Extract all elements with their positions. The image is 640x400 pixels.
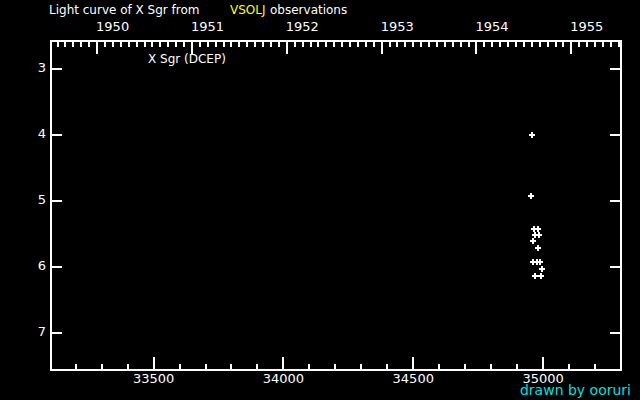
bottom-major-tick (153, 357, 155, 369)
bottom-minor-tick (516, 364, 518, 369)
top-minor-tick (302, 42, 304, 47)
x-axis-tick-label: 34500 (383, 372, 443, 386)
top-minor-tick (349, 42, 351, 47)
top-major-tick (96, 42, 98, 54)
top-minor-tick (144, 42, 146, 47)
right-major-tick (610, 332, 620, 334)
top-minor-tick (357, 42, 359, 47)
top-minor-tick (199, 42, 201, 47)
top-minor-tick (460, 42, 462, 47)
top-minor-tick (389, 42, 391, 47)
top-minor-tick (610, 42, 612, 47)
bottom-minor-tick (179, 364, 181, 369)
top-minor-tick (88, 42, 90, 47)
data-point-marker (537, 259, 543, 265)
right-major-tick (610, 68, 620, 70)
top-year-label: 1953 (381, 20, 414, 34)
top-year-label: 1954 (475, 20, 508, 34)
top-minor-tick (80, 42, 82, 47)
top-minor-tick (468, 42, 470, 47)
data-point-marker (529, 132, 535, 138)
bottom-minor-tick (438, 364, 440, 369)
top-minor-tick (223, 42, 225, 47)
bottom-minor-tick (230, 364, 232, 369)
top-minor-tick (365, 42, 367, 47)
top-minor-tick (230, 42, 232, 47)
top-minor-tick (396, 42, 398, 47)
bottom-minor-tick (334, 364, 336, 369)
top-minor-tick (310, 42, 312, 47)
top-minor-tick (452, 42, 454, 47)
top-minor-tick (586, 42, 588, 47)
top-minor-tick (618, 42, 620, 47)
top-minor-tick (159, 42, 161, 47)
left-major-tick (52, 200, 62, 202)
top-minor-tick (112, 42, 114, 47)
bottom-minor-tick (386, 364, 388, 369)
top-minor-tick (428, 42, 430, 47)
bottom-minor-tick (464, 364, 466, 369)
top-minor-tick (262, 42, 264, 47)
data-point-marker (536, 232, 542, 238)
top-minor-tick (270, 42, 272, 47)
data-point-marker (539, 266, 545, 272)
top-minor-tick (175, 42, 177, 47)
top-minor-tick (136, 42, 138, 47)
top-minor-tick (215, 42, 217, 47)
top-minor-tick (167, 42, 169, 47)
top-minor-tick (578, 42, 580, 47)
bottom-minor-tick (490, 364, 492, 369)
bottom-minor-tick (308, 364, 310, 369)
top-minor-tick (72, 42, 74, 47)
top-minor-tick (254, 42, 256, 47)
top-major-tick (381, 42, 383, 54)
top-minor-tick (294, 42, 296, 47)
top-minor-tick (523, 42, 525, 47)
data-point-marker (528, 193, 534, 199)
top-minor-tick (515, 42, 517, 47)
left-major-tick (52, 266, 62, 268)
top-minor-tick (128, 42, 130, 47)
top-minor-tick (562, 42, 564, 47)
bottom-minor-tick (256, 364, 258, 369)
series-label: X Sgr (DCEP) (148, 52, 226, 66)
bottom-minor-tick (127, 364, 129, 369)
top-major-tick (475, 42, 477, 54)
bottom-minor-tick (75, 364, 77, 369)
top-major-tick (286, 42, 288, 54)
y-axis-tick-label: 7 (26, 325, 46, 339)
bottom-minor-tick (594, 364, 596, 369)
top-minor-tick (333, 42, 335, 47)
top-minor-tick (325, 42, 327, 47)
top-minor-tick (373, 42, 375, 47)
y-axis-tick-label: 4 (26, 127, 46, 141)
bottom-minor-tick (360, 364, 362, 369)
left-major-tick (52, 134, 62, 136)
bottom-major-tick (542, 357, 544, 369)
top-minor-tick (602, 42, 604, 47)
top-minor-tick (555, 42, 557, 47)
top-minor-tick (64, 42, 66, 47)
bottom-minor-tick (568, 364, 570, 369)
y-axis-tick-label: 5 (26, 193, 46, 207)
top-minor-tick (151, 42, 153, 47)
credit-text: drawn by ooruri (520, 383, 631, 398)
y-axis-tick-label: 6 (26, 259, 46, 273)
top-minor-tick (547, 42, 549, 47)
top-year-label: 1951 (191, 20, 224, 34)
right-major-tick (610, 134, 620, 136)
top-minor-tick (436, 42, 438, 47)
top-minor-tick (104, 42, 106, 47)
left-major-tick (52, 332, 62, 334)
top-minor-tick (238, 42, 240, 47)
top-minor-tick (483, 42, 485, 47)
x-axis-tick-label: 34000 (253, 372, 313, 386)
top-minor-tick (183, 42, 185, 47)
top-minor-tick (491, 42, 493, 47)
top-minor-tick (278, 42, 280, 47)
bottom-minor-tick (205, 364, 207, 369)
top-minor-tick (207, 42, 209, 47)
left-major-tick (52, 68, 62, 70)
data-point-marker (535, 245, 541, 251)
y-axis-tick-label: 3 (26, 61, 46, 75)
